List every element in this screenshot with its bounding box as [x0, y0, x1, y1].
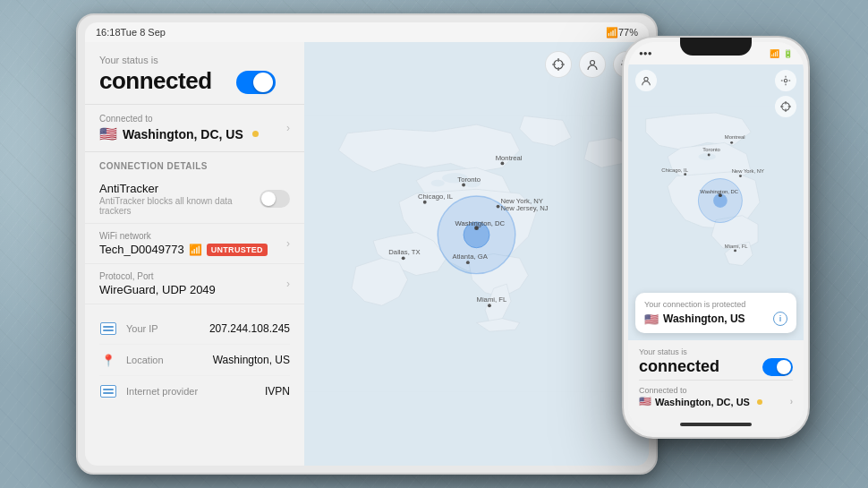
svg-text:New York, NY: New York, NY [500, 197, 542, 205]
svg-text:Miami, FL: Miami, FL [477, 295, 507, 304]
svg-text:Washington, DC: Washington, DC [455, 219, 505, 227]
ipad-date: Tue 8 Sep [121, 27, 166, 38]
wifi-row[interactable]: WiFi network Tech_D0049773 📶 UNTRUSTED › [85, 224, 304, 264]
svg-point-37 [739, 175, 742, 177]
vpn-toggle[interactable] [236, 71, 276, 94]
untrusted-badge: UNTRUSTED [207, 244, 268, 256]
iphone-map-icons [775, 70, 796, 117]
location-label: Location [126, 355, 204, 365]
iphone-connected-to-row[interactable]: Connected to 🇺🇸 Washington, DC, US › [639, 380, 793, 413]
antitracker-toggle[interactable] [260, 190, 290, 208]
protocol-value: WireGuard, UDP 2049 [99, 283, 216, 296]
svg-text:New Jersey, NJ: New Jersey, NJ [500, 204, 548, 212]
iphone-conn-flag: 🇺🇸 [639, 396, 651, 407]
protocol-row[interactable]: Protocol, Port WireGuard, UDP 2049 › [85, 264, 304, 304]
iphone-toggle-knob [777, 360, 791, 374]
svg-text:Montreal: Montreal [496, 154, 523, 162]
map-svg: Chicago, IL Toronto Montreal New York, N… [304, 42, 649, 466]
iphone-notch [680, 38, 752, 56]
connected-to-label: Connected to [99, 114, 259, 124]
ipad-device: 16:18 Tue 8 Sep 📶 77% Your status is con… [76, 13, 658, 475]
connection-details-label: CONNECTION DETAILS [85, 152, 304, 175]
svg-text:Toronto: Toronto [457, 176, 481, 184]
iphone-user-btn[interactable] [635, 70, 657, 91]
map-area: Chicago, IL Toronto Montreal New York, N… [304, 42, 649, 466]
svg-point-36 [730, 141, 733, 144]
iphone-crosshair-btn[interactable] [775, 96, 796, 117]
connected-to-chevron: › [286, 122, 290, 134]
antitracker-sublabel: AntiTracker blocks all known data tracke… [99, 196, 260, 216]
iphone-content: Chicago, IL Toronto Montreal New York, N… [628, 64, 804, 432]
battery-level: 77% [618, 27, 638, 38]
antitracker-toggle-knob [261, 192, 276, 206]
iphone-signal: ●●● [639, 49, 652, 57]
map-crosshair-btn[interactable] [545, 51, 572, 78]
iphone-settings-btn[interactable] [775, 70, 796, 91]
connection-dot [252, 131, 259, 137]
svg-point-35 [708, 154, 711, 157]
svg-text:Toronto: Toronto [702, 147, 720, 152]
location-row: 📍 Location Washington, US [99, 345, 290, 376]
iphone-bottom-panel: Your status is connected Connected to 🇺🇸… [628, 340, 804, 416]
iphone-conn-to-value: 🇺🇸 Washington, DC, US › [639, 396, 793, 407]
connected-location: Washington, DC, US [123, 127, 243, 141]
svg-point-47 [784, 79, 787, 81]
svg-text:Montreal: Montreal [725, 134, 745, 140]
iphone-wifi-icon: 📶 [770, 49, 779, 58]
location-icon: 📍 [101, 354, 115, 367]
ip-row: Your IP 207.244.108.245 [99, 313, 290, 345]
location-value: Washington, US [213, 354, 290, 366]
wifi-network-name: Tech_D0049773 [99, 243, 184, 256]
location-icon-container: 📍 [99, 351, 117, 369]
ip-label: Your IP [126, 323, 200, 334]
wifi-value: Tech_D0049773 📶 UNTRUSTED [99, 243, 268, 256]
svg-text:Chicago, IL: Chicago, IL [661, 167, 688, 173]
svg-point-31 [698, 153, 716, 160]
svg-point-8 [500, 162, 504, 166]
svg-point-39 [734, 249, 736, 252]
svg-text:Chicago, IL: Chicago, IL [418, 193, 454, 201]
provider-value: IVPN [265, 385, 290, 398]
protected-card: Your connection is protected 🇺🇸 Washingt… [635, 293, 796, 333]
svg-point-2 [430, 180, 444, 187]
info-section: Your IP 207.244.108.245 📍 Location Washi… [85, 304, 304, 415]
svg-text:Miami, FL: Miami, FL [725, 244, 749, 249]
protocol-label: Protocol, Port [99, 271, 216, 281]
provider-icon-container [99, 382, 117, 400]
iphone-screen: ●●● 📶 🔋 [628, 42, 804, 432]
iphone-vpn-toggle[interactable] [762, 358, 793, 376]
svg-point-28 [591, 61, 595, 65]
svg-point-12 [402, 256, 405, 260]
info-circle-btn[interactable]: i [773, 312, 787, 326]
iphone-home-indicator [680, 423, 752, 426]
ipad-time: 16:18 [96, 27, 121, 38]
iphone-connected-text: connected [639, 357, 719, 376]
svg-point-11 [466, 261, 470, 264]
svg-point-6 [423, 201, 427, 204]
wifi-chevron: › [286, 237, 290, 250]
protected-location: 🇺🇸 Washington, US i [644, 312, 787, 326]
svg-text:Washington, DC: Washington, DC [700, 189, 738, 194]
protected-label: Your connection is protected [644, 300, 787, 309]
map-user-btn[interactable] [579, 51, 606, 78]
iphone-conn-to-label: Connected to [639, 386, 793, 395]
ipad-statusbar: 16:18 Tue 8 Sep 📶 77% [85, 22, 649, 42]
svg-point-46 [644, 77, 648, 81]
status-label: Your status is [99, 55, 290, 65]
server-icon [100, 322, 116, 335]
connected-to-value: 🇺🇸 Washington, DC, US [99, 125, 259, 142]
iphone-device: ●●● 📶 🔋 [622, 36, 810, 439]
iphone-connected-row: connected [639, 357, 793, 376]
antitracker-row: AntiTracker AntiTracker blocks all known… [85, 175, 304, 224]
ip-value: 207.244.108.245 [209, 322, 290, 335]
iphone-conn-chevron: › [790, 397, 793, 407]
sidebar: Your status is connected Connected to 🇺🇸… [85, 42, 304, 466]
provider-label: Internet provider [126, 386, 256, 397]
iphone-map: Chicago, IL Toronto Montreal New York, N… [628, 64, 804, 340]
iphone-conn-location: Washington, DC, US [655, 397, 750, 407]
iphone-conn-dot [757, 399, 762, 405]
connected-to-row[interactable]: Connected to 🇺🇸 Washington, DC, US › [85, 105, 304, 152]
wifi-label: WiFi network [99, 231, 268, 241]
svg-point-9 [497, 205, 500, 209]
svg-text:Atlanta, GA: Atlanta, GA [453, 253, 489, 261]
